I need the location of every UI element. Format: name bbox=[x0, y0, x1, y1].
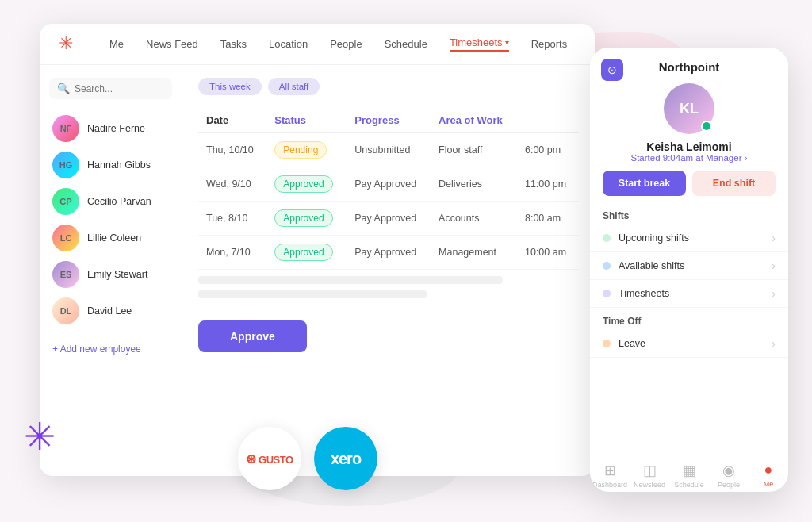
employee-item-cecilio[interactable]: CP Cecilio Parvan bbox=[49, 183, 172, 220]
add-employee-link[interactable]: + Add new employee bbox=[49, 339, 172, 359]
cell-time: 8:00 am bbox=[517, 202, 579, 236]
desktop-app-window: ✳ Me News Feed Tasks Location People Sch… bbox=[40, 24, 595, 476]
upcoming-shifts-chevron: › bbox=[772, 232, 776, 244]
available-shifts-label: Available shifts bbox=[619, 260, 684, 271]
status-badge: Approved bbox=[274, 244, 332, 261]
cell-status: Approved bbox=[266, 202, 347, 236]
navigation-bar: ✳ Me News Feed Tasks Location People Sch… bbox=[40, 24, 595, 65]
nav-item-me[interactable]: Me bbox=[109, 38, 124, 50]
schedule-nav-label: Schedule bbox=[674, 481, 704, 489]
avatar-nadire: NF bbox=[52, 115, 79, 142]
mobile-bottom-nav: ⊞ Dashboard ◫ Newsfeed ▦ Schedule ◉ Peop… bbox=[590, 455, 788, 492]
col-header-area: Area of Work bbox=[431, 108, 517, 133]
decorative-snowflake: ✳ bbox=[24, 414, 56, 459]
employee-name-david: David Lee bbox=[87, 305, 132, 317]
mobile-nav-dashboard[interactable]: ⊞ Dashboard bbox=[590, 462, 630, 489]
mobile-nav-people[interactable]: ◉ People bbox=[709, 462, 749, 489]
mobile-northpoint-icon: ⊙ bbox=[601, 59, 623, 81]
employee-item-lillie[interactable]: LC Lillie Coleen bbox=[49, 220, 172, 256]
table-row[interactable]: Mon, 7/10 Approved Pay Approved Manageme… bbox=[198, 236, 579, 270]
skeleton-rows bbox=[198, 276, 579, 298]
avatar-cecilio: CP bbox=[52, 188, 79, 215]
cell-status: Pending bbox=[266, 133, 347, 167]
nav-item-newsfeed[interactable]: News Feed bbox=[146, 38, 198, 50]
employee-item-nadire[interactable]: NF Nadire Ferne bbox=[49, 110, 172, 147]
timesheets-item[interactable]: Timesheets › bbox=[590, 280, 788, 308]
mobile-nav-newsfeed[interactable]: ◫ Newsfeed bbox=[630, 462, 669, 489]
cell-date: Tue, 8/10 bbox=[198, 202, 266, 236]
nav-item-timesheets[interactable]: Timesheets ▾ bbox=[450, 36, 509, 52]
cell-progress: Pay Approved bbox=[347, 202, 431, 236]
cell-time: 11:00 pm bbox=[517, 167, 579, 202]
employee-name-cecilio: Cecilio Parvan bbox=[87, 196, 151, 207]
col-header-date: Date bbox=[198, 108, 266, 133]
leave-item[interactable]: Leave › bbox=[590, 330, 788, 358]
timesheets-dropdown-icon: ▾ bbox=[505, 38, 509, 47]
timesheets-dot bbox=[603, 290, 611, 297]
available-shifts-chevron: › bbox=[772, 259, 776, 272]
filter-pill-week[interactable]: This week bbox=[198, 78, 262, 95]
avatar-lillie: LC bbox=[52, 225, 79, 251]
time-off-section-title: Time Off bbox=[590, 311, 788, 330]
nav-item-tasks[interactable]: Tasks bbox=[220, 38, 247, 50]
sidebar: 🔍 NF Nadire Ferne HG Hannah Gibbs CP Cec… bbox=[40, 65, 182, 476]
cell-date: Thu, 10/10 bbox=[198, 133, 266, 167]
search-box[interactable]: 🔍 bbox=[49, 78, 172, 99]
start-break-button[interactable]: Start break bbox=[603, 171, 686, 196]
app-logo[interactable]: ✳ bbox=[59, 33, 81, 56]
nav-item-people[interactable]: People bbox=[330, 38, 362, 50]
dashboard-icon: ⊞ bbox=[604, 462, 616, 479]
cell-area: Management bbox=[431, 236, 517, 270]
newsfeed-icon: ◫ bbox=[643, 462, 657, 479]
available-dot bbox=[603, 262, 611, 270]
cell-area: Deliveries bbox=[431, 167, 517, 202]
leave-dot bbox=[603, 340, 611, 347]
nav-item-schedule[interactable]: Schedule bbox=[385, 38, 427, 50]
available-shifts-item[interactable]: Available shifts › bbox=[590, 252, 788, 280]
employee-item-emily[interactable]: ES Emily Stewart bbox=[49, 256, 172, 293]
upcoming-dot bbox=[603, 234, 611, 242]
avatar-emily: ES bbox=[52, 261, 79, 288]
nav-item-reports[interactable]: Reports bbox=[531, 38, 568, 50]
table-row[interactable]: Thu, 10/10 Pending Unsubmitted Floor sta… bbox=[198, 133, 579, 167]
schedule-icon: ▦ bbox=[683, 462, 696, 479]
filter-pill-staff[interactable]: All staff bbox=[268, 78, 320, 95]
shifts-section-title: Shifts bbox=[590, 205, 788, 225]
search-input[interactable] bbox=[75, 83, 164, 94]
mobile-nav-schedule[interactable]: ▦ Schedule bbox=[669, 462, 709, 489]
me-nav-label: Me bbox=[764, 480, 774, 488]
employee-item-david[interactable]: DL David Lee bbox=[49, 293, 172, 329]
online-status-dot bbox=[701, 121, 712, 132]
employee-list: NF Nadire Ferne HG Hannah Gibbs CP Cecil… bbox=[49, 110, 172, 329]
employee-name-lillie: Lillie Coleen bbox=[87, 232, 141, 244]
nav-item-location[interactable]: Location bbox=[269, 38, 308, 50]
table-row[interactable]: Tue, 8/10 Approved Pay Approved Accounts… bbox=[198, 202, 579, 236]
cell-area: Accounts bbox=[431, 202, 517, 236]
cell-area: Floor staff bbox=[431, 133, 517, 167]
status-badge: Approved bbox=[274, 175, 332, 193]
timesheets-table: Date Status Progress Area of Work Thu, 1… bbox=[198, 108, 579, 270]
people-icon: ◉ bbox=[722, 462, 735, 479]
cell-progress: Pay Approved bbox=[347, 236, 431, 270]
leave-chevron: › bbox=[772, 337, 776, 350]
col-header-extra bbox=[517, 108, 579, 133]
approve-button[interactable]: Approve bbox=[198, 320, 307, 352]
employee-name-nadire: Nadire Ferne bbox=[87, 123, 145, 134]
leave-label: Leave bbox=[619, 338, 645, 349]
upcoming-shifts-item[interactable]: Upcoming shifts › bbox=[590, 225, 788, 252]
mobile-nav-me[interactable]: ● Me bbox=[749, 462, 788, 489]
integration-logos: ⊛ GUSTO xero bbox=[238, 427, 377, 490]
mobile-employee-role[interactable]: Started 9:04am at Manager bbox=[603, 153, 776, 163]
employee-item-hannah[interactable]: HG Hannah Gibbs bbox=[49, 147, 172, 183]
main-content-area: This week All staff Date Status Progress… bbox=[182, 65, 595, 476]
cell-date: Wed, 9/10 bbox=[198, 167, 266, 202]
cell-progress: Pay Approved bbox=[347, 167, 431, 202]
cell-status: Approved bbox=[266, 167, 347, 202]
app-content: 🔍 NF Nadire Ferne HG Hannah Gibbs CP Cec… bbox=[40, 65, 595, 476]
end-shift-button[interactable]: End shift bbox=[692, 171, 776, 196]
filter-pills: This week All staff bbox=[198, 78, 579, 95]
table-row[interactable]: Wed, 9/10 Approved Pay Approved Deliveri… bbox=[198, 167, 579, 202]
xero-logo: xero bbox=[314, 427, 377, 490]
people-nav-label: People bbox=[718, 481, 740, 489]
cell-time: 10:00 am bbox=[517, 236, 579, 270]
